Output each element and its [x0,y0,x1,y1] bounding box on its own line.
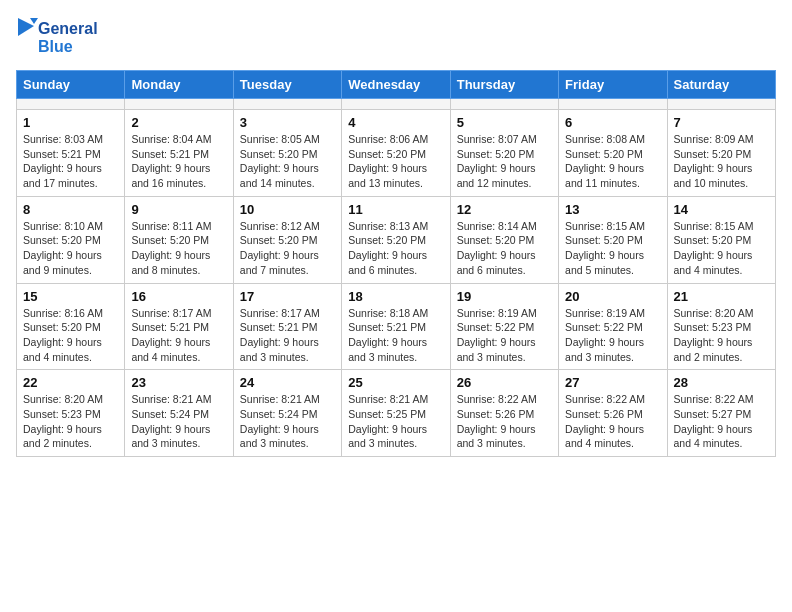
day-info: Sunrise: 8:14 AMSunset: 5:20 PMDaylight:… [457,219,552,278]
day-info: Sunrise: 8:16 AMSunset: 5:20 PMDaylight:… [23,306,118,365]
day-number: 7 [674,115,769,130]
day-info: Sunrise: 8:12 AMSunset: 5:20 PMDaylight:… [240,219,335,278]
dow-header: Monday [125,71,233,99]
calendar-week-row [17,99,776,110]
day-info: Sunrise: 8:09 AMSunset: 5:20 PMDaylight:… [674,132,769,191]
calendar-cell: 24Sunrise: 8:21 AMSunset: 5:24 PMDayligh… [233,370,341,457]
calendar-cell: 20Sunrise: 8:19 AMSunset: 5:22 PMDayligh… [559,283,667,370]
day-number: 10 [240,202,335,217]
day-info: Sunrise: 8:10 AMSunset: 5:20 PMDaylight:… [23,219,118,278]
calendar-cell [125,99,233,110]
dow-header: Sunday [17,71,125,99]
day-info: Sunrise: 8:22 AMSunset: 5:26 PMDaylight:… [457,392,552,451]
day-info: Sunrise: 8:21 AMSunset: 5:24 PMDaylight:… [240,392,335,451]
day-info: Sunrise: 8:19 AMSunset: 5:22 PMDaylight:… [457,306,552,365]
calendar-cell: 2Sunrise: 8:04 AMSunset: 5:21 PMDaylight… [125,110,233,197]
dow-header: Tuesday [233,71,341,99]
calendar-week-row: 8Sunrise: 8:10 AMSunset: 5:20 PMDaylight… [17,196,776,283]
day-number: 26 [457,375,552,390]
calendar-cell: 5Sunrise: 8:07 AMSunset: 5:20 PMDaylight… [450,110,558,197]
day-number: 27 [565,375,660,390]
calendar-cell: 1Sunrise: 8:03 AMSunset: 5:21 PMDaylight… [17,110,125,197]
day-info: Sunrise: 8:03 AMSunset: 5:21 PMDaylight:… [23,132,118,191]
day-info: Sunrise: 8:05 AMSunset: 5:20 PMDaylight:… [240,132,335,191]
day-info: Sunrise: 8:15 AMSunset: 5:20 PMDaylight:… [565,219,660,278]
day-number: 11 [348,202,443,217]
day-number: 2 [131,115,226,130]
calendar-cell: 26Sunrise: 8:22 AMSunset: 5:26 PMDayligh… [450,370,558,457]
logo-svg: GeneralBlue [16,16,106,58]
day-info: Sunrise: 8:20 AMSunset: 5:23 PMDaylight:… [23,392,118,451]
svg-text:Blue: Blue [38,38,73,55]
calendar-week-row: 1Sunrise: 8:03 AMSunset: 5:21 PMDaylight… [17,110,776,197]
day-number: 19 [457,289,552,304]
day-number: 20 [565,289,660,304]
day-info: Sunrise: 8:22 AMSunset: 5:27 PMDaylight:… [674,392,769,451]
calendar-cell [559,99,667,110]
day-number: 25 [348,375,443,390]
calendar-cell [450,99,558,110]
calendar-cell: 15Sunrise: 8:16 AMSunset: 5:20 PMDayligh… [17,283,125,370]
calendar-cell: 3Sunrise: 8:05 AMSunset: 5:20 PMDaylight… [233,110,341,197]
day-info: Sunrise: 8:13 AMSunset: 5:20 PMDaylight:… [348,219,443,278]
calendar-cell: 23Sunrise: 8:21 AMSunset: 5:24 PMDayligh… [125,370,233,457]
day-info: Sunrise: 8:07 AMSunset: 5:20 PMDaylight:… [457,132,552,191]
day-info: Sunrise: 8:21 AMSunset: 5:25 PMDaylight:… [348,392,443,451]
page-header: GeneralBlue [16,16,776,58]
day-number: 16 [131,289,226,304]
day-number: 5 [457,115,552,130]
calendar-cell: 7Sunrise: 8:09 AMSunset: 5:20 PMDaylight… [667,110,775,197]
calendar-cell [233,99,341,110]
day-number: 9 [131,202,226,217]
day-number: 14 [674,202,769,217]
calendar-cell: 4Sunrise: 8:06 AMSunset: 5:20 PMDaylight… [342,110,450,197]
day-info: Sunrise: 8:11 AMSunset: 5:20 PMDaylight:… [131,219,226,278]
day-number: 21 [674,289,769,304]
calendar-cell [667,99,775,110]
svg-text:General: General [38,20,98,37]
calendar-cell: 11Sunrise: 8:13 AMSunset: 5:20 PMDayligh… [342,196,450,283]
day-info: Sunrise: 8:08 AMSunset: 5:20 PMDaylight:… [565,132,660,191]
day-number: 4 [348,115,443,130]
day-number: 24 [240,375,335,390]
calendar-cell: 17Sunrise: 8:17 AMSunset: 5:21 PMDayligh… [233,283,341,370]
calendar-cell: 8Sunrise: 8:10 AMSunset: 5:20 PMDaylight… [17,196,125,283]
day-number: 3 [240,115,335,130]
calendar-table: SundayMondayTuesdayWednesdayThursdayFrid… [16,70,776,457]
calendar-cell: 13Sunrise: 8:15 AMSunset: 5:20 PMDayligh… [559,196,667,283]
dow-header: Wednesday [342,71,450,99]
calendar-cell: 14Sunrise: 8:15 AMSunset: 5:20 PMDayligh… [667,196,775,283]
day-number: 17 [240,289,335,304]
calendar-cell: 22Sunrise: 8:20 AMSunset: 5:23 PMDayligh… [17,370,125,457]
day-info: Sunrise: 8:17 AMSunset: 5:21 PMDaylight:… [131,306,226,365]
day-number: 6 [565,115,660,130]
calendar-body: 1Sunrise: 8:03 AMSunset: 5:21 PMDaylight… [17,99,776,457]
day-info: Sunrise: 8:18 AMSunset: 5:21 PMDaylight:… [348,306,443,365]
svg-marker-2 [18,18,34,36]
calendar-cell: 25Sunrise: 8:21 AMSunset: 5:25 PMDayligh… [342,370,450,457]
calendar-week-row: 22Sunrise: 8:20 AMSunset: 5:23 PMDayligh… [17,370,776,457]
calendar-cell: 16Sunrise: 8:17 AMSunset: 5:21 PMDayligh… [125,283,233,370]
day-number: 1 [23,115,118,130]
logo: GeneralBlue [16,16,106,58]
day-number: 22 [23,375,118,390]
calendar-cell: 6Sunrise: 8:08 AMSunset: 5:20 PMDaylight… [559,110,667,197]
day-info: Sunrise: 8:06 AMSunset: 5:20 PMDaylight:… [348,132,443,191]
dow-header: Thursday [450,71,558,99]
day-info: Sunrise: 8:15 AMSunset: 5:20 PMDaylight:… [674,219,769,278]
dow-header: Saturday [667,71,775,99]
day-number: 12 [457,202,552,217]
svg-marker-3 [30,18,38,24]
calendar-cell: 21Sunrise: 8:20 AMSunset: 5:23 PMDayligh… [667,283,775,370]
day-info: Sunrise: 8:20 AMSunset: 5:23 PMDaylight:… [674,306,769,365]
calendar-cell [17,99,125,110]
day-number: 23 [131,375,226,390]
calendar-cell: 12Sunrise: 8:14 AMSunset: 5:20 PMDayligh… [450,196,558,283]
day-number: 8 [23,202,118,217]
calendar-cell: 10Sunrise: 8:12 AMSunset: 5:20 PMDayligh… [233,196,341,283]
day-info: Sunrise: 8:19 AMSunset: 5:22 PMDaylight:… [565,306,660,365]
calendar-week-row: 15Sunrise: 8:16 AMSunset: 5:20 PMDayligh… [17,283,776,370]
day-info: Sunrise: 8:04 AMSunset: 5:21 PMDaylight:… [131,132,226,191]
calendar-cell: 9Sunrise: 8:11 AMSunset: 5:20 PMDaylight… [125,196,233,283]
calendar-cell [342,99,450,110]
